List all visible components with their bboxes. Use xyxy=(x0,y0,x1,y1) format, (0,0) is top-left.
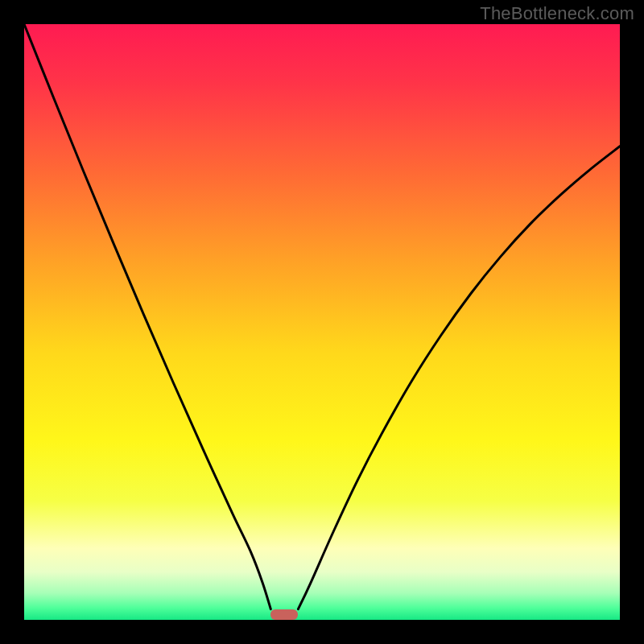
chart-frame: TheBottleneck.com xyxy=(0,0,644,644)
bottleneck-curve xyxy=(24,24,620,620)
curve-right-branch xyxy=(298,147,620,609)
watermark-text: TheBottleneck.com xyxy=(480,3,634,24)
minimum-marker xyxy=(270,609,298,620)
plot-area xyxy=(24,24,620,620)
curve-left-branch xyxy=(24,24,270,609)
